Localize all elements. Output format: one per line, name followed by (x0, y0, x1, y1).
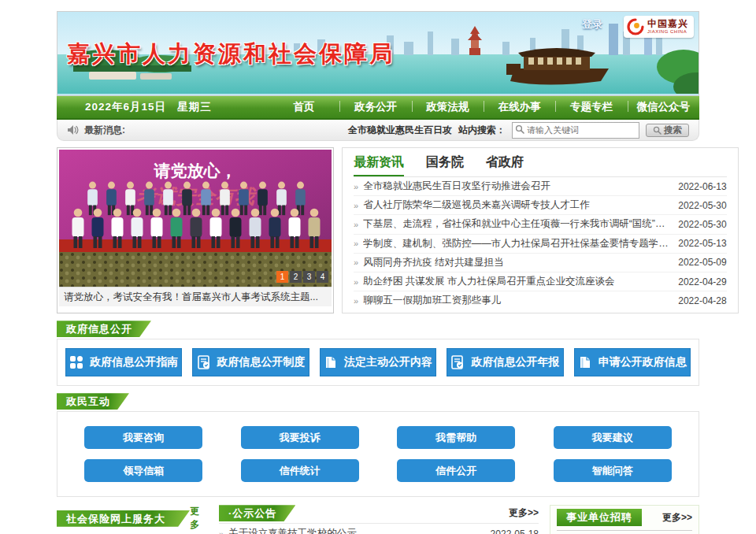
site-title: 嘉兴市人力资源和社会保障局 (67, 39, 395, 70)
double-arrow-icon: » (219, 529, 224, 534)
pagination-dot[interactable]: 1 (276, 271, 288, 283)
pagination-dot[interactable]: 4 (317, 271, 328, 283)
info-disclosure-button[interactable]: 法定主动公开内容 (320, 348, 436, 376)
double-arrow-icon: » (354, 201, 358, 210)
announcements-panel: ·公示公告 更多>> » 关于设立嘉善技工学校的公示 2022-05-18 » … (219, 505, 539, 534)
recruitment-header: 事业单位招聘 (557, 509, 642, 526)
slideshow-photo[interactable]: 请党放心， 考试安全有我 (59, 150, 332, 287)
login-link[interactable]: 登录 (582, 17, 602, 32)
double-arrow-icon: » (354, 296, 358, 306)
search-input[interactable] (512, 122, 639, 139)
info-disclosure-button[interactable]: 政府信息公开年报 (447, 348, 563, 376)
info-disclosure-buttons: 政府信息公开指南 政府信息公开制度 法定主动公开内容 (65, 348, 691, 376)
news-item-date: 2022-06-13 (678, 181, 726, 192)
interaction-button[interactable]: 智能问答 (554, 459, 672, 482)
info-disclosure-button[interactable]: 政府信息公开制度 (192, 348, 309, 376)
announcement-item[interactable]: » 关于设立嘉善技工学校的公示 2022-05-18 (219, 524, 539, 534)
news-list-item[interactable]: » 助企纾困 共谋发展 市人力社保局召开重点企业交流座谈会 2022-04-29 (354, 273, 727, 291)
info-button-label: 法定主动公开内容 (344, 355, 432, 369)
info-button-label: 政府信息公开年报 (471, 355, 559, 369)
news-item-title: 下基层、走流程，省社保和就业中心主任项薇一行来我市调研“国统”上线情况 (363, 217, 670, 231)
news-item-title: 省人社厅陈荣华二级巡视员来嘉兴调研专技人才工作 (363, 198, 670, 212)
nav-link[interactable]: 专题专栏 (555, 97, 627, 117)
nav-link[interactable]: 在线办事 (484, 97, 555, 117)
nav-link[interactable]: 首页 (268, 97, 339, 117)
info-disclosure-button[interactable]: 申请公开政府信息 (574, 348, 691, 376)
pagination-dot[interactable]: 2 (290, 271, 302, 283)
logo-text-cn: 中国嘉兴 (647, 19, 688, 29)
social-security-panel: 社会保险网上服务大厅 更多 个人(单位)社保证明打印办事指南 (57, 505, 208, 534)
news-item-title: 学制度、建机制、强防控——市人力社保局召开社保基金要情专题学习会 (363, 237, 670, 250)
page-container: 嘉兴市人力资源和社会保障局 登录 中国嘉兴 JIAXING CHINA 2022… (57, 11, 699, 534)
public-interaction-section: 政民互动 我要咨询我要投诉我需帮助我要建议领导信箱信件统计信件公开智能问答 (57, 393, 699, 497)
interaction-button[interactable]: 信件公开 (397, 459, 515, 482)
photo-banner-line1: 请党放心， (154, 161, 237, 180)
weekday-text: 星期三 (177, 101, 212, 113)
interaction-button[interactable]: 我需帮助 (397, 426, 515, 449)
news-item-title: 风雨同舟齐抗疫 结对共建显担当 (363, 256, 670, 269)
site-search-label: 站内搜索： (458, 124, 506, 137)
info-button-label: 政府信息公开指南 (90, 355, 178, 369)
slideshow-caption[interactable]: 请党放心，考试安全有我！首届嘉兴市人事考试系统主题... (59, 287, 332, 306)
news-item-date: 2022-05-30 (678, 219, 726, 230)
news-item-title: 全市稳就业惠民生百日攻坚行动推进会召开 (363, 180, 670, 193)
announcement-title: 关于设立嘉善技工学校的公示 (228, 527, 482, 534)
news-list-item[interactable]: » 全市稳就业惠民生百日攻坚行动推进会召开 2022-06-13 (354, 177, 727, 196)
double-arrow-icon: » (354, 182, 358, 191)
slideshow-pagination: 1234 (276, 271, 328, 283)
double-arrow-icon: » (354, 239, 358, 248)
interaction-button[interactable]: 我要投诉 (241, 426, 359, 449)
news-tab[interactable]: 最新资讯 (354, 148, 404, 176)
search-button-icon (653, 126, 662, 135)
ticker-label: 最新消息: (84, 124, 125, 137)
info-disclosure-section: 政府信息公开 政府信息公开指南 政府信息公开制度 (57, 321, 699, 386)
announcements-more-link[interactable]: 更多>> (509, 506, 539, 520)
news-ticker-bar: 最新消息: 全市稳就业惠民生百日攻 站内搜索： 搜索 (57, 120, 699, 141)
news-item-date: 2022-05-13 (678, 238, 726, 249)
interaction-header: 政民互动 (57, 393, 129, 410)
news-list-item[interactable]: » 省人社厅陈荣华二级巡视员来嘉兴调研专技人才工作 2022-05-30 (354, 196, 727, 215)
logo-swirl-icon (627, 18, 644, 35)
news-list-item[interactable]: » 聊聊五一假期加班工资那些事儿 2022-04-28 (354, 291, 727, 310)
double-arrow-icon: » (354, 258, 358, 267)
interaction-button[interactable]: 信件统计 (241, 459, 359, 482)
document-check-icon (450, 355, 465, 369)
news-item-date: 2022-04-29 (678, 276, 726, 287)
news-list-item[interactable]: » 下基层、走流程，省社保和就业中心主任项薇一行来我市调研“国统”上线情况 20… (354, 215, 727, 234)
announcements-header: ·公示公告 (219, 505, 295, 521)
news-item-date: 2022-04-28 (678, 295, 726, 306)
nav-link[interactable]: 政策法规 (412, 97, 484, 117)
interaction-button[interactable]: 我要建议 (554, 426, 672, 449)
news-tab[interactable]: 国务院 (426, 148, 464, 176)
interaction-button[interactable]: 领导信箱 (84, 459, 202, 482)
news-list-item[interactable]: » 学制度、建机制、强防控——市人力社保局召开社保基金要情专题学习会 2022-… (354, 235, 727, 254)
news-item-date: 2022-05-30 (678, 200, 726, 211)
news-list-item[interactable]: » 风雨同舟齐抗疫 结对共建显担当 2022-05-09 (354, 254, 727, 273)
document-check-icon (197, 355, 211, 369)
search-button[interactable]: 搜索 (646, 124, 689, 137)
photo-slideshow[interactable]: 请党放心， 考试安全有我 (57, 147, 334, 313)
social-security-more-link[interactable]: 更多 (190, 505, 208, 532)
main-nav: 2022年6月15日 星期三 首页政务公开政策法规在线办事专题专栏微信公众号 (57, 96, 699, 120)
pagination-dot[interactable]: 3 (303, 271, 315, 283)
interaction-button[interactable]: 我要咨询 (84, 426, 202, 449)
info-button-label: 申请公开政府信息 (598, 355, 687, 369)
grid-icon (69, 355, 83, 369)
ticker-marquee-text[interactable]: 全市稳就业惠民生百日攻 (348, 124, 452, 137)
book-icon (324, 355, 338, 369)
recruitment-list: 嘉兴市妇幼保健院2022年公开...2022年嘉兴市属事业单位公开...2022… (557, 531, 692, 534)
news-panel: 最新资讯国务院省政府 » 全市稳就业惠民生百日攻坚行动推进会召开 2022-06… (342, 147, 739, 313)
info-disclosure-button[interactable]: 政府信息公开指南 (65, 348, 182, 376)
nav-link[interactable]: 政务公开 (339, 97, 411, 117)
news-item-title: 聊聊五一假期加班工资那些事儿 (363, 294, 670, 307)
nav-links: 首页政务公开政策法规在线办事专题专栏微信公众号 (268, 97, 699, 117)
interaction-buttons: 我要咨询我要投诉我需帮助我要建议领导信箱信件统计信件公开智能问答 (65, 421, 691, 488)
jiaxing-logo: 中国嘉兴 JIAXING CHINA (624, 16, 694, 38)
recruitment-more-link[interactable]: 更多>> (662, 511, 692, 525)
nav-link[interactable]: 微信公众号 (628, 97, 699, 117)
news-tab[interactable]: 省政府 (486, 148, 524, 176)
social-security-header: 社会保险网上服务大厅 (57, 510, 190, 527)
double-arrow-icon: » (354, 277, 358, 287)
double-arrow-icon: » (354, 220, 358, 229)
nav-date: 2022年6月15日 星期三 (57, 100, 268, 114)
